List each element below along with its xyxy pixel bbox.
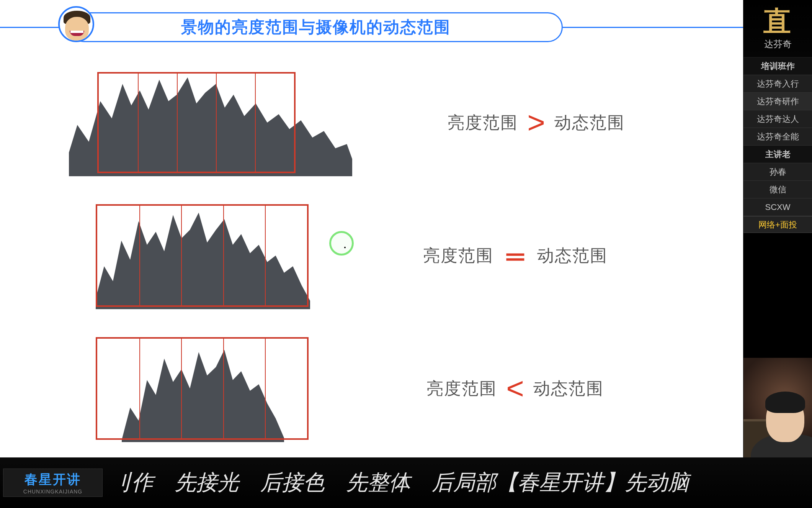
svg-marker-2	[122, 350, 284, 442]
sidebar: 直 达芬奇 培训班作 达芬奇入行 达芬奇研作 达芬奇达人 达芬奇全能 主讲老 孙…	[743, 0, 812, 457]
sidebar-item-course-1[interactable]: 达芬奇入行	[743, 75, 812, 93]
waveform-eq-svg	[96, 202, 310, 309]
equation-lt: 亮度范围 < 动态范围	[310, 373, 720, 404]
svg-marker-1	[96, 213, 310, 309]
slide-area: 景物的亮度范围与摄像机的动态范围	[0, 0, 743, 457]
main-row: 景物的亮度范围与摄像机的动态范围	[0, 0, 812, 457]
sidebar-item-course-4[interactable]: 达芬奇全能	[743, 128, 812, 146]
slide-header: 景物的亮度范围与摄像机的动态范围	[0, 0, 743, 57]
equation-gt: 亮度范围 > 动态范围	[352, 107, 720, 138]
presenter-webcam	[743, 358, 812, 457]
sidebar-item-course-2[interactable]: 达芬奇研作	[743, 93, 812, 110]
sidebar-logo-main: 直	[763, 7, 792, 35]
marquee-logo-cn: 春星开讲	[25, 471, 81, 488]
sidebar-item-teacher-header: 主讲老	[743, 146, 812, 163]
sidebar-item-teacher-name: 孙春	[743, 163, 812, 181]
sidebar-item-wechat-id: SCXW	[743, 198, 812, 216]
diagram-row-gt: 亮度范围 > 动态范围	[69, 65, 720, 180]
waveform-gt-svg	[69, 69, 352, 176]
waveform-lt	[96, 335, 310, 442]
equation-eq-lhs: 亮度范围	[423, 244, 493, 267]
marquee-logo-en: CHUNXINGKAIJIANG	[23, 488, 82, 495]
equation-lt-rhs: 动态范围	[533, 377, 604, 400]
sidebar-item-wechat: 微信	[743, 181, 812, 198]
marquee-logo: 春星开讲 CHUNXINGKAIJIANG	[3, 469, 103, 497]
sidebar-logo: 直 达芬奇	[743, 0, 812, 57]
svg-marker-0	[69, 77, 352, 176]
cursor-highlight-icon	[329, 231, 354, 256]
diagram-row-lt: 亮度范围 < 动态范围	[69, 331, 720, 446]
waveform-lt-svg	[96, 335, 310, 442]
sidebar-item-training-header: 培训班作	[743, 57, 812, 75]
sidebar-list: 培训班作 达芬奇入行 达芬奇研作 达芬奇达人 达芬奇全能 主讲老 孙春 微信 S…	[743, 57, 812, 216]
equation-eq: 亮度范围 ＝ 动态范围	[310, 243, 720, 268]
greater-than-icon: >	[527, 107, 545, 138]
slide-title: 景物的亮度范围与摄像机的动态范围	[69, 12, 563, 42]
equation-lt-lhs: 亮度范围	[426, 377, 497, 400]
bottom-marquee: 春星开讲 CHUNXINGKAIJIANG 刂作 先接光 后接色 先整体 后局部…	[0, 457, 812, 508]
title-rule-right	[563, 27, 743, 28]
marquee-text: 刂作 先接光 后接色 先整体 后局部【春星开讲】先动脑	[110, 468, 812, 497]
equation-gt-rhs: 动态范围	[554, 111, 625, 134]
waveform-gt	[69, 69, 352, 176]
equation-gt-lhs: 亮度范围	[448, 111, 518, 134]
diagram-row-eq: 亮度范围 ＝ 动态范围	[69, 198, 720, 313]
sidebar-item-course-3[interactable]: 达芬奇达人	[743, 110, 812, 128]
sidebar-logo-sub: 达芬奇	[764, 38, 792, 50]
equals-icon: ＝	[499, 243, 532, 268]
root: 景物的亮度范围与摄像机的动态范围	[0, 0, 812, 508]
waveform-eq	[96, 202, 310, 309]
diagram-rows: 亮度范围 > 动态范围	[0, 57, 743, 457]
slide-title-text: 景物的亮度范围与摄像机的动态范围	[181, 16, 451, 38]
sidebar-blank	[743, 233, 812, 358]
sidebar-accent: 网络+面投	[743, 216, 812, 233]
presenter-avatar-icon	[58, 6, 94, 42]
less-than-icon: <	[506, 373, 524, 404]
equation-eq-rhs: 动态范围	[537, 244, 608, 267]
